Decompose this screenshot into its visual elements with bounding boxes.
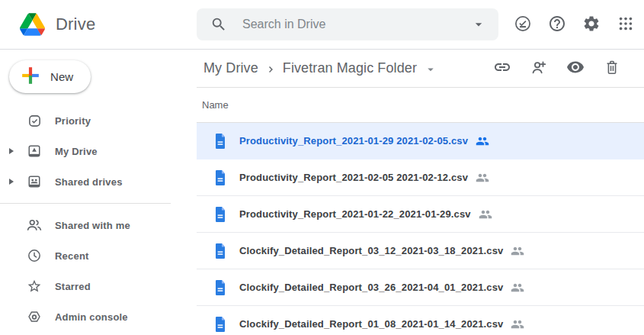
file-name: Productivity_Report_2021-01-29 2021-02-0… xyxy=(239,135,468,147)
app-body: New Priority xyxy=(0,50,644,335)
file-name: Clockify_Detailed_Report_03_26_2021-04_0… xyxy=(239,282,503,293)
file-name: Clockify_Detailed_Report_03_12_2021-03_1… xyxy=(239,245,503,256)
header-action-icons xyxy=(508,9,641,40)
multicolor-plus-icon xyxy=(19,64,42,89)
file-name: Productivity_Report_2021-01-22_2021-01-2… xyxy=(239,208,471,220)
app-title: Drive xyxy=(56,14,95,34)
chevron-right-icon xyxy=(264,63,278,76)
sidebar-item-recent[interactable]: Recent xyxy=(0,240,197,271)
sidebar-item-admin-console[interactable]: Admin console xyxy=(0,301,197,332)
google-apps-button[interactable] xyxy=(610,9,641,40)
sidebar-item-starred[interactable]: Starred xyxy=(0,271,197,301)
shared-people-icon xyxy=(476,171,489,185)
sidebar-divider xyxy=(0,203,171,204)
shared-people-icon xyxy=(511,317,524,331)
sidebar-item-priority[interactable]: Priority xyxy=(0,105,197,136)
settings-button[interactable] xyxy=(576,9,607,40)
search-icon[interactable] xyxy=(210,16,227,33)
file-row[interactable]: Productivity_Report_2021-01-22_2021-01-2… xyxy=(197,196,644,233)
file-row[interactable]: Productivity_Report_2021-02-05 2021-02-1… xyxy=(197,159,644,196)
folder-menu-caret-icon[interactable] xyxy=(424,63,437,76)
file-row[interactable]: Clockify_Detailed_Report_01_08_2021-01_1… xyxy=(197,306,644,335)
drive-logo[interactable]: Drive xyxy=(0,13,197,36)
search-input[interactable] xyxy=(242,18,471,31)
expand-arrow-icon[interactable] xyxy=(6,148,17,154)
search-options-caret-icon[interactable] xyxy=(471,17,486,32)
search-bar[interactable] xyxy=(197,8,498,40)
shared-people-icon xyxy=(476,134,489,148)
settings-gear-icon xyxy=(582,14,601,35)
csv-file-icon xyxy=(214,280,226,295)
shared-people-icon xyxy=(479,208,492,221)
app-header: Drive xyxy=(0,0,644,50)
column-header-name[interactable]: Name xyxy=(197,88,644,123)
shared-people-icon xyxy=(511,244,524,258)
admin-console-icon xyxy=(25,309,43,324)
my-drive-icon xyxy=(25,143,43,159)
breadcrumb-current-folder[interactable]: Fivetran Magic Folder xyxy=(283,60,417,76)
help-icon xyxy=(548,14,566,35)
breadcrumb-my-drive[interactable]: My Drive xyxy=(203,60,258,76)
help-button[interactable] xyxy=(542,9,572,40)
delete-trash-icon xyxy=(604,59,620,78)
sidebar-item-shared-drives[interactable]: Shared drives xyxy=(0,166,197,197)
file-row[interactable]: Clockify_Detailed_Report_03_12_2021-03_1… xyxy=(197,233,644,269)
share-button[interactable] xyxy=(524,53,554,84)
recent-clock-icon xyxy=(25,248,43,263)
add-person-share-icon xyxy=(530,59,548,79)
get-link-icon xyxy=(493,58,511,79)
csv-file-icon xyxy=(214,317,226,332)
sidebar-item-my-drive[interactable]: My Drive xyxy=(0,136,197,166)
sidebar: New Priority xyxy=(0,50,197,335)
csv-file-icon xyxy=(214,207,226,222)
shared-drives-icon xyxy=(25,174,43,189)
google-drive-app: Drive xyxy=(0,0,644,335)
expand-arrow-icon[interactable] xyxy=(6,179,17,185)
breadcrumb: My Drive Fivetran Magic Folder xyxy=(197,50,644,88)
file-name: Clockify_Detailed_Report_01_08_2021-01_1… xyxy=(239,318,503,330)
file-list: Productivity_Report_2021-01-29 2021-02-0… xyxy=(197,123,644,335)
offline-check-icon xyxy=(514,14,532,35)
drive-logo-icon xyxy=(20,13,45,36)
csv-file-icon xyxy=(214,170,226,185)
star-icon xyxy=(25,279,43,294)
file-row[interactable]: Clockify_Detailed_Report_03_26_2021-04_0… xyxy=(197,269,644,306)
main-panel: My Drive Fivetran Magic Folder xyxy=(197,50,644,335)
file-row[interactable]: Productivity_Report_2021-01-29 2021-02-0… xyxy=(197,123,644,159)
get-link-button[interactable] xyxy=(487,53,517,84)
apps-grid-icon xyxy=(617,15,634,34)
offline-status-button[interactable] xyxy=(508,9,538,40)
csv-file-icon xyxy=(214,243,226,259)
shared-with-me-icon xyxy=(25,217,43,234)
priority-check-icon xyxy=(25,114,43,128)
folder-toolbar xyxy=(487,53,627,84)
new-button[interactable]: New xyxy=(9,60,91,93)
sidebar-nav: Priority My Drive xyxy=(0,105,197,332)
delete-button[interactable] xyxy=(597,53,627,84)
new-button-label: New xyxy=(50,70,73,83)
shared-people-icon xyxy=(511,281,524,295)
csv-file-icon xyxy=(214,134,226,149)
preview-eye-icon xyxy=(566,58,585,79)
file-name: Productivity_Report_2021-02-05 2021-02-1… xyxy=(239,172,468,183)
preview-button[interactable] xyxy=(560,53,591,84)
sidebar-item-shared-with-me[interactable]: Shared with me xyxy=(0,210,197,240)
